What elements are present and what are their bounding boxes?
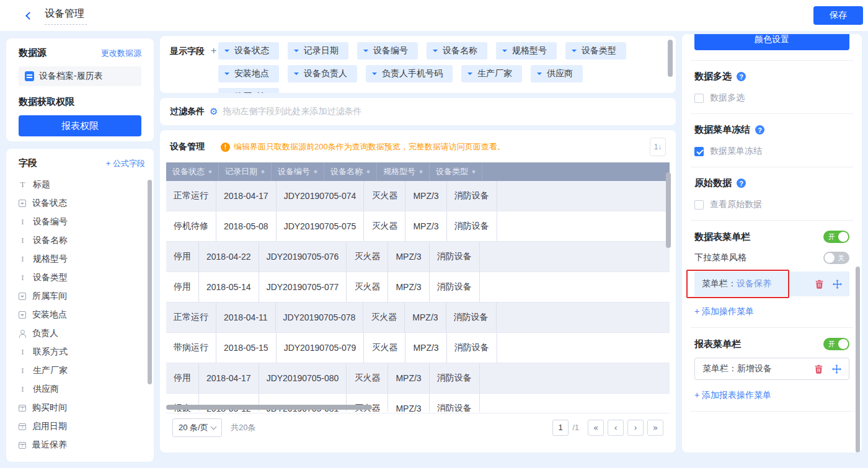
save-button[interactable]: 保存 [813, 6, 863, 25]
table-row[interactable]: 停用 2018-05-14 JDY20190705-077 灭火器 MPZ/3 … [166, 272, 670, 302]
table-menu-toggle[interactable]: 开 [823, 231, 849, 243]
display-field-tag[interactable]: 生产厂家 [461, 65, 522, 82]
table-column-header[interactable]: 设备状态 [166, 162, 219, 181]
field-item[interactable]: 规格型号 [19, 250, 145, 268]
report-menu-toggle[interactable]: 开 [823, 338, 849, 350]
table-column-header[interactable]: 规格型号 [377, 162, 430, 181]
last-page-button[interactable] [647, 420, 663, 436]
help-icon[interactable] [737, 179, 746, 188]
sort-icon[interactable]: 1↓ [650, 138, 666, 156]
field-item[interactable]: 标题 [19, 175, 145, 194]
report-permission-button[interactable]: 报表权限 [19, 115, 141, 136]
field-item[interactable]: 设备编号 [19, 213, 145, 231]
help-icon[interactable] [755, 125, 764, 135]
multi-select-checkbox-row[interactable]: 数据多选 [694, 92, 849, 104]
field-item[interactable]: 供应商 [19, 380, 145, 399]
display-field-tag[interactable]: 记录日期 [288, 42, 348, 60]
tag-label: 生产厂家 [477, 68, 512, 79]
first-page-button[interactable] [588, 420, 604, 436]
table-row[interactable]: 正常运行 2018-04-11 JDY20190705-078 灭火器 MPZ/… [166, 302, 670, 333]
display-field-tag[interactable]: 设备名称 [427, 42, 487, 60]
page-size-select[interactable]: 20 条/页 [172, 418, 222, 437]
field-item[interactable]: 安装地点 [19, 306, 145, 324]
display-fields-scrollbar-thumb[interactable] [668, 40, 673, 77]
table-row[interactable]: 带病运行 2018-05-15 JDY20190705-079 灭火器 MPZ/… [166, 333, 670, 363]
table-menu-item[interactable]: 菜单栏： 设备保养 [694, 272, 849, 296]
report-menu-item[interactable]: 菜单栏： 新增设备 [694, 358, 849, 380]
table-cell: 2018-05-15 [216, 333, 277, 363]
move-icon[interactable] [832, 364, 841, 374]
add-display-field-button[interactable]: + [211, 45, 216, 56]
change-datasource-link[interactable]: 更改数据源 [101, 48, 141, 59]
table-row[interactable]: 正常运行 2018-04-17 JDY20190705-074 灭火器 MPZ/… [166, 181, 670, 211]
table-cell: 消防设备 [430, 242, 480, 272]
display-fields-label: 显示字段 [170, 46, 205, 56]
table-column-header[interactable]: 记录日期 [219, 162, 272, 181]
display-field-tag[interactable]: 购买时间 [218, 88, 279, 93]
datasource-item[interactable]: 设备档案-履历表 [19, 66, 141, 86]
field-item[interactable]: 生产厂家 [19, 361, 145, 380]
column-sort-icon[interactable] [366, 168, 370, 175]
delete-icon[interactable] [815, 280, 824, 289]
raw-data-checkbox[interactable] [694, 200, 704, 210]
raw-data-checkbox-row[interactable]: 查看原始数据 [694, 199, 849, 210]
display-field-tag[interactable]: 设备状态 [218, 42, 279, 60]
add-formula-field-link[interactable]: + 公式字段 [106, 158, 145, 169]
menu-freeze-title: 数据菜单冻结 [694, 124, 750, 136]
back-button[interactable] [21, 9, 35, 22]
field-item[interactable]: 负责人 [19, 324, 145, 343]
current-page-input[interactable]: 1 [552, 420, 569, 436]
menu-freeze-checkbox-row[interactable]: 数据菜单冻结 [694, 146, 849, 157]
next-page-button[interactable] [627, 420, 644, 436]
display-field-tag[interactable]: 规格型号 [496, 42, 557, 60]
color-settings-button[interactable]: 颜色设置 [694, 34, 849, 50]
display-field-tag[interactable]: 设备编号 [357, 42, 418, 60]
field-label: 标题 [33, 179, 50, 190]
table-column-header[interactable]: 设备编号 [272, 162, 324, 181]
table-row[interactable]: 停用 2018-04-17 JDY20190705-080 灭火器 MPZ/3 … [166, 363, 670, 394]
add-report-action-menu-link[interactable]: + 添加报表操作菜单 [694, 390, 771, 401]
table-row[interactable]: 停用 2018-04-22 JDY20190705-076 灭火器 MPZ/3 … [166, 242, 670, 272]
column-label: 记录日期 [225, 166, 257, 177]
table-column-header[interactable]: 设备类型 [430, 162, 482, 181]
column-sort-icon[interactable] [208, 168, 212, 175]
field-item[interactable]: 所属车间 [19, 287, 145, 306]
table-column-header[interactable]: 设备名称 [324, 162, 377, 181]
text-icon [19, 236, 27, 245]
delete-icon[interactable] [814, 364, 823, 374]
table-horizontal-scrollbar-thumb[interactable] [166, 405, 372, 410]
field-item[interactable]: 设备名称 [19, 231, 145, 250]
multi-select-checkbox[interactable] [694, 94, 704, 103]
previous-page-button[interactable] [608, 420, 624, 436]
display-field-tag[interactable]: 供应商 [531, 65, 583, 82]
fields-scrollbar-thumb[interactable] [148, 180, 152, 384]
display-field-tags: 设备状态 记录日期 设备编号 设备名称 [218, 42, 660, 89]
caret-down-icon [294, 73, 299, 77]
settings-scrollbar-thumb[interactable] [856, 267, 860, 453]
table-scrollbar-thumb[interactable] [666, 172, 671, 248]
move-icon[interactable] [833, 280, 842, 289]
column-sort-icon[interactable] [261, 168, 265, 175]
field-item[interactable]: 设备类型 [19, 268, 145, 287]
menu-freeze-checkbox[interactable] [694, 147, 704, 156]
field-item[interactable]: 设备状态 [19, 194, 145, 213]
field-item[interactable]: 购买时间 [19, 399, 145, 417]
display-field-tag[interactable]: 安装地点 [218, 65, 279, 82]
table-cell: 灭火器 [347, 272, 388, 302]
column-sort-icon[interactable] [419, 168, 423, 175]
gear-icon[interactable]: ⚙ [210, 106, 218, 117]
help-icon[interactable] [737, 72, 746, 81]
menu-item-value: 设备保养 [737, 278, 771, 289]
column-sort-icon[interactable] [472, 168, 476, 175]
add-action-menu-link[interactable]: + 添加操作菜单 [694, 306, 754, 317]
dropdown-style-toggle[interactable]: 关 [823, 252, 849, 264]
display-field-tag[interactable]: 设备类型 [565, 42, 626, 60]
field-item[interactable]: 启用日期 [19, 417, 145, 436]
table-row[interactable]: 停机待修 2018-05-08 JDY20190705-075 灭火器 MPZ/… [166, 211, 670, 242]
field-item[interactable]: 最近保养 [19, 436, 145, 454]
display-field-tag[interactable]: 设备负责人 [288, 65, 357, 82]
column-sort-icon[interactable] [314, 168, 317, 175]
display-field-tag[interactable]: 负责人手机号码 [366, 65, 453, 82]
field-item[interactable]: 联系方式 [19, 343, 145, 361]
table-cell: MPZ/3 [405, 181, 446, 211]
